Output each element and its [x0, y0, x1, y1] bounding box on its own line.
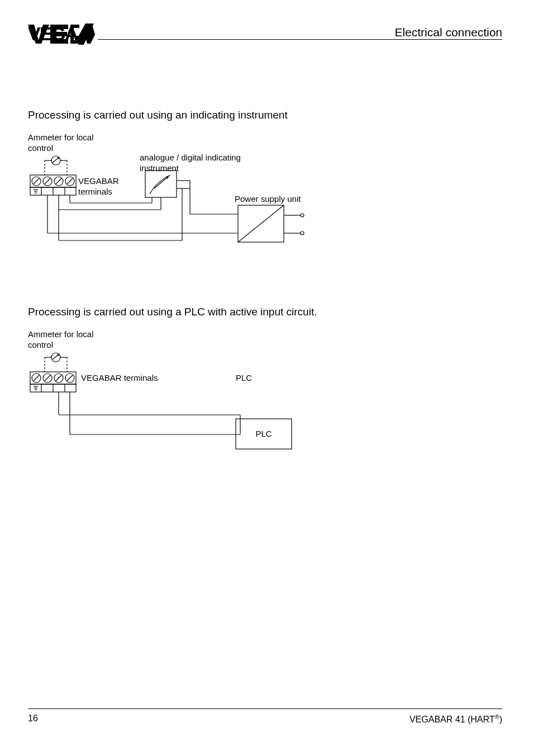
section-2-heading: Processing is carried out using a PLC wi…	[28, 306, 502, 318]
svg-line-38	[154, 176, 169, 188]
diagram-2-svg: PLC	[28, 351, 318, 474]
page-number: 16	[28, 714, 38, 725]
diagram-indicating-instrument: Ammeter for local control analogue / dig…	[28, 133, 502, 261]
label-ammeter: Ammeter for local control	[28, 133, 112, 154]
vega-logo: VEGA	[28, 23, 95, 47]
svg-line-48	[238, 205, 284, 242]
svg-line-23	[67, 178, 73, 184]
section-1-heading: Processing is carried out using an indic…	[28, 109, 502, 121]
svg-point-52	[301, 231, 304, 235]
page-content: Processing is carried out using an indic…	[28, 109, 502, 458]
doc-title: VEGABAR 41 (HART®)	[410, 714, 502, 725]
page-footer: 16 VEGABAR 41 (HART®)	[28, 708, 502, 725]
svg-line-17	[34, 178, 39, 184]
label-ammeter-2: Ammeter for local control	[28, 329, 112, 351]
svg-line-19	[45, 178, 50, 184]
registered-mark: ®	[495, 714, 499, 720]
diagram-1-svg	[28, 154, 318, 277]
svg-line-70	[67, 375, 73, 381]
header-section-title: Electrical connection	[394, 26, 502, 39]
svg-line-66	[45, 375, 50, 381]
svg-line-68	[56, 375, 61, 381]
plc-box-text: PLC	[255, 429, 272, 438]
svg-line-64	[34, 375, 39, 381]
svg-line-21	[56, 178, 61, 184]
doc-prefix: VEGABAR 41 (HART	[410, 715, 495, 724]
svg-point-50	[301, 214, 304, 217]
page-header: VEGA Electrical connection	[28, 26, 502, 49]
header-rule	[98, 39, 502, 40]
diagram-plc: Ammeter for local control VEGABAR termin…	[28, 329, 502, 458]
doc-suffix: )	[499, 715, 502, 724]
svg-text:VEGA: VEGA	[28, 23, 78, 44]
footer-rule	[28, 708, 502, 709]
